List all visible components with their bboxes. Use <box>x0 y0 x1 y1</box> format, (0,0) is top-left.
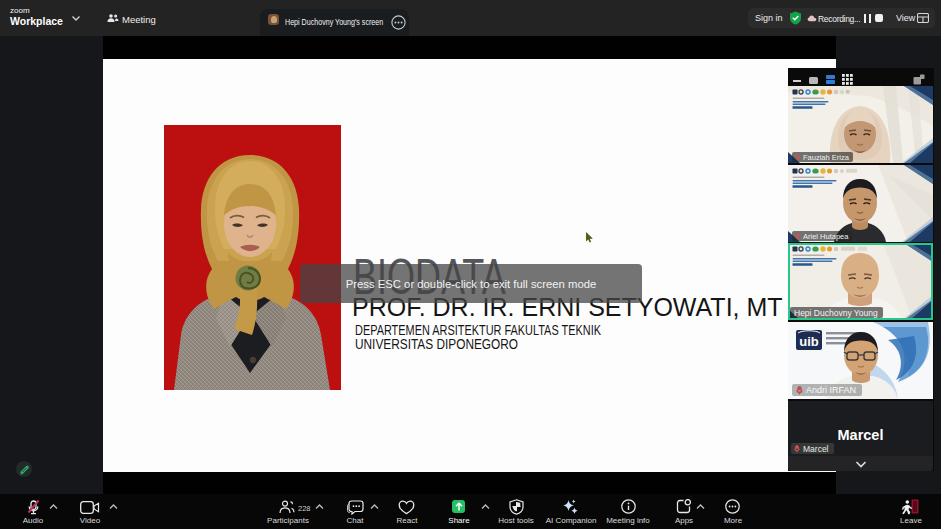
svg-text:uib: uib <box>799 334 819 349</box>
